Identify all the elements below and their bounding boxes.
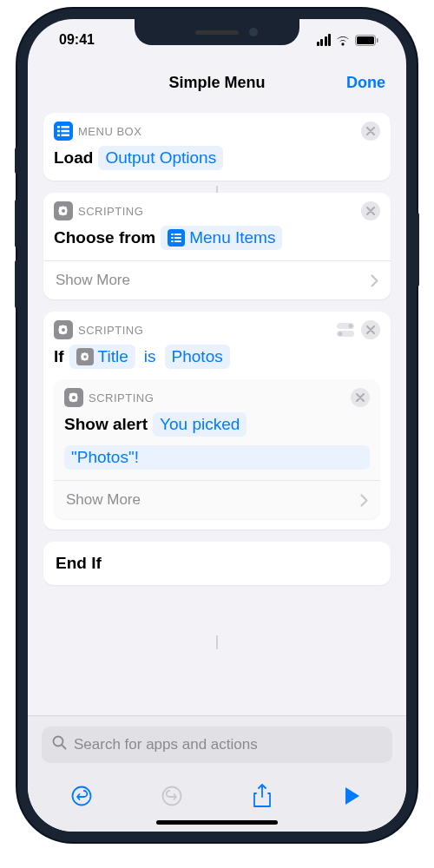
search-icon bbox=[52, 735, 67, 754]
svg-rect-4 bbox=[62, 126, 70, 128]
home-indicator[interactable] bbox=[156, 820, 278, 825]
action-app-name: SCRIPTING bbox=[78, 324, 143, 337]
svg-rect-10 bbox=[171, 233, 174, 235]
svg-rect-2 bbox=[377, 38, 378, 43]
value-token[interactable]: Photos bbox=[165, 345, 230, 369]
search-placeholder: Search for apps and actions bbox=[74, 736, 258, 753]
chevron-right-icon bbox=[371, 274, 378, 287]
show-more-label: Show More bbox=[66, 491, 141, 509]
action-label: Show alert bbox=[64, 415, 148, 434]
power-button bbox=[416, 213, 419, 286]
status-time: 09:41 bbox=[59, 32, 95, 48]
toggle-icon[interactable] bbox=[335, 322, 356, 338]
svg-point-25 bbox=[73, 787, 91, 806]
alert-message-token[interactable]: You picked bbox=[153, 412, 247, 437]
cellular-signal-icon bbox=[317, 34, 332, 46]
svg-point-22 bbox=[72, 396, 76, 399]
svg-rect-1 bbox=[357, 36, 374, 44]
connector-line bbox=[216, 635, 218, 649]
notch bbox=[135, 19, 299, 45]
svg-point-16 bbox=[62, 328, 65, 332]
front-camera bbox=[249, 28, 258, 36]
mute-switch bbox=[15, 148, 18, 174]
svg-rect-8 bbox=[62, 135, 70, 137]
menu-box-app-icon bbox=[168, 229, 185, 247]
action-label: If bbox=[54, 347, 64, 366]
page-title: Simple Menu bbox=[168, 74, 265, 92]
delete-action-button[interactable] bbox=[361, 122, 380, 141]
parameter-token[interactable]: Output Options bbox=[98, 146, 223, 170]
toolbar bbox=[28, 773, 406, 815]
svg-point-26 bbox=[163, 787, 181, 806]
scripting-app-icon bbox=[54, 320, 73, 339]
svg-rect-15 bbox=[174, 240, 181, 242]
action-card-load[interactable]: MENU BOX Load Output Options bbox=[43, 113, 391, 181]
run-button[interactable] bbox=[337, 780, 368, 812]
show-more-label: Show More bbox=[56, 272, 130, 289]
action-app-name: SCRIPTING bbox=[78, 205, 143, 218]
operator-token[interactable]: is bbox=[141, 345, 160, 369]
svg-point-20 bbox=[339, 332, 343, 336]
svg-rect-7 bbox=[57, 135, 60, 137]
status-indicators bbox=[317, 34, 379, 46]
svg-rect-14 bbox=[171, 240, 174, 242]
phone-frame: 09:41 Simple Menu Done bbox=[17, 9, 417, 842]
action-card-show-alert[interactable]: SCRIPTING Show alert You picked "Photos"… bbox=[54, 379, 380, 519]
svg-point-9 bbox=[62, 209, 65, 213]
scripting-app-icon bbox=[64, 388, 83, 407]
chevron-right-icon bbox=[360, 494, 368, 507]
svg-rect-11 bbox=[174, 233, 181, 235]
wifi-icon bbox=[335, 35, 351, 46]
done-button[interactable]: Done bbox=[346, 74, 385, 92]
svg-point-21 bbox=[83, 355, 86, 358]
action-app-name: MENU BOX bbox=[78, 125, 141, 138]
speaker-grille bbox=[195, 30, 239, 35]
variable-token-menu-items[interactable]: Menu Items bbox=[161, 226, 282, 250]
volume-up bbox=[15, 200, 18, 247]
workflow-content: MENU BOX Load Output Options bbox=[28, 104, 406, 585]
svg-rect-6 bbox=[62, 130, 70, 133]
svg-line-24 bbox=[62, 745, 65, 748]
search-field[interactable]: Search for apps and actions bbox=[42, 727, 392, 763]
variable-token-title[interactable]: Title bbox=[69, 345, 135, 369]
show-more-button[interactable]: Show More bbox=[54, 480, 380, 519]
volume-down bbox=[15, 260, 18, 308]
alert-message-token-2[interactable]: "Photos"! bbox=[64, 445, 370, 470]
undo-button[interactable] bbox=[66, 780, 97, 812]
bottom-panel: Search for apps and actions bbox=[28, 715, 406, 832]
battery-icon bbox=[355, 35, 378, 46]
svg-rect-3 bbox=[57, 126, 60, 128]
scripting-app-icon bbox=[76, 348, 94, 365]
delete-action-button[interactable] bbox=[351, 388, 370, 407]
screen: 09:41 Simple Menu Done bbox=[28, 19, 406, 832]
action-card-choose[interactable]: SCRIPTING Choose from Menu Items bbox=[43, 193, 391, 299]
token-label: Menu Items bbox=[189, 228, 275, 247]
scripting-app-icon bbox=[54, 201, 73, 220]
svg-rect-12 bbox=[171, 237, 174, 239]
action-label: Choose from bbox=[54, 228, 155, 247]
delete-action-button[interactable] bbox=[361, 320, 380, 339]
nav-bar: Simple Menu Done bbox=[28, 61, 406, 104]
show-more-button[interactable]: Show More bbox=[43, 260, 391, 299]
svg-rect-5 bbox=[57, 130, 60, 133]
menu-box-app-icon bbox=[54, 122, 73, 141]
redo-button[interactable] bbox=[156, 780, 187, 812]
action-label: Load bbox=[54, 148, 93, 168]
share-button[interactable] bbox=[247, 780, 278, 812]
end-if-label: End If bbox=[43, 542, 391, 585]
action-card-if[interactable]: SCRIPTING If bbox=[43, 312, 391, 529]
svg-rect-13 bbox=[174, 237, 181, 239]
svg-point-18 bbox=[349, 324, 353, 328]
delete-action-button[interactable] bbox=[361, 201, 380, 220]
action-app-name: SCRIPTING bbox=[89, 391, 154, 404]
action-card-end-if[interactable]: End If bbox=[43, 542, 391, 585]
token-label: Title bbox=[98, 347, 128, 366]
